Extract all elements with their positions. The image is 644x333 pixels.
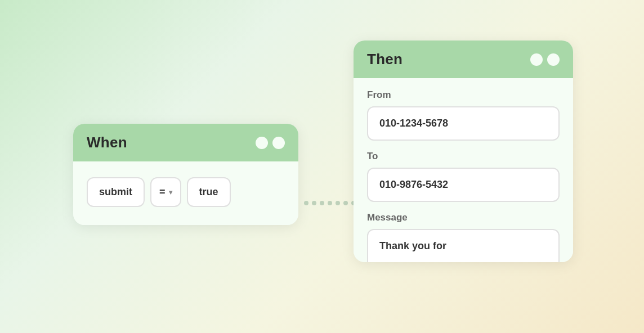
then-dot-1[interactable]	[530, 53, 543, 66]
from-label: From	[367, 89, 560, 101]
connector	[304, 201, 356, 205]
then-card-body: From 010-1234-5678 To 010-9876-5432 Mess…	[354, 78, 573, 262]
connector-dot-3	[320, 201, 324, 205]
scene: When submit = ▾ true	[0, 0, 644, 333]
when-card-body: submit = ▾ true	[73, 161, 298, 225]
condition-subject[interactable]: submit	[87, 177, 145, 207]
then-card-title: Then	[367, 51, 402, 68]
message-input[interactable]: Thank you for	[367, 229, 560, 262]
then-dot-2[interactable]	[547, 53, 560, 66]
condition-row: submit = ▾ true	[87, 177, 285, 207]
then-card: Then From 010-1234-5678 To 010-9876-5432…	[354, 40, 573, 262]
then-card-header: Then	[354, 40, 573, 78]
to-label: To	[367, 151, 560, 162]
when-dot-2[interactable]	[272, 137, 285, 149]
when-dot-1[interactable]	[256, 137, 268, 149]
connector-dot-5	[336, 201, 340, 205]
connector-dot-4	[328, 201, 332, 205]
connector-dot-1	[304, 201, 308, 205]
condition-operator[interactable]: = ▾	[150, 177, 181, 207]
chevron-down-icon: ▾	[169, 188, 172, 196]
connector-dot-2	[312, 201, 316, 205]
message-label: Message	[367, 212, 560, 223]
from-input[interactable]: 010-1234-5678	[367, 106, 560, 141]
operator-value: =	[159, 186, 166, 198]
when-card-title: When	[87, 134, 127, 151]
then-card-dots	[530, 53, 560, 66]
condition-value[interactable]: true	[187, 177, 231, 207]
to-input[interactable]: 010-9876-5432	[367, 168, 560, 202]
when-card-dots	[256, 137, 285, 149]
when-card-header: When	[73, 124, 298, 161]
connector-dot-6	[343, 201, 348, 205]
when-card: When submit = ▾ true	[73, 124, 298, 225]
